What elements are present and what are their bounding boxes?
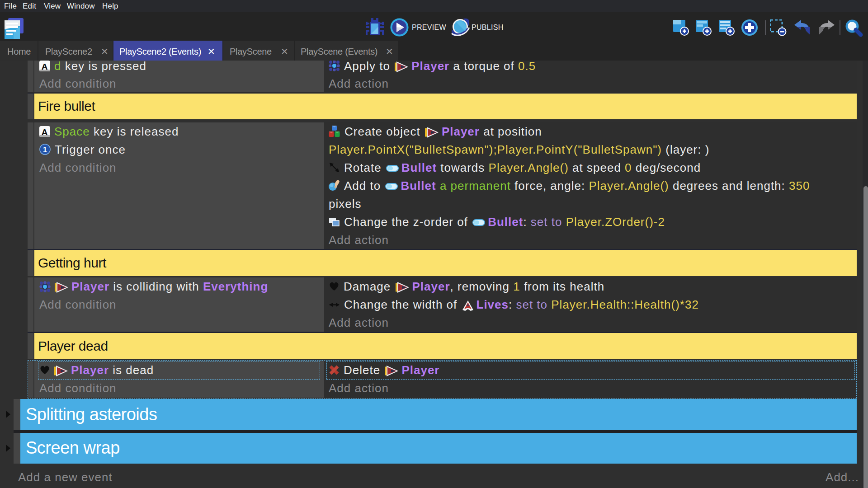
- svg-text:1: 1: [43, 145, 47, 154]
- svg-text:A: A: [42, 61, 48, 71]
- svg-text:A: A: [42, 127, 48, 136]
